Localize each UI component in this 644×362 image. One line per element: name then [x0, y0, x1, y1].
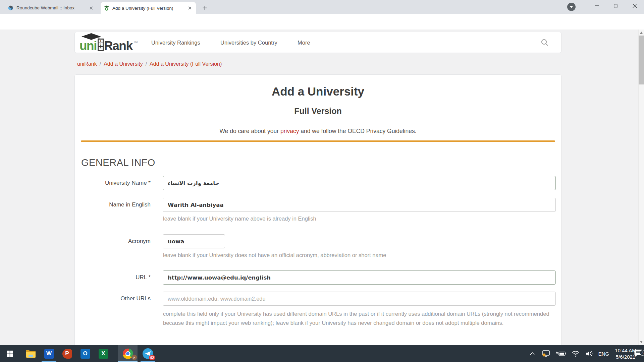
action-center-icon[interactable]: 3: [633, 345, 644, 362]
helper-name-english: leave blank if your University name abov…: [163, 216, 316, 222]
tab-title: Add a University (Full Version): [112, 6, 187, 11]
unirank-logo[interactable]: uni 1 2 3 Rank TM: [79, 32, 157, 53]
tab-roundcube[interactable]: Roundcube Webmail :: Inbox: [5, 2, 97, 13]
page-title: Add a University: [75, 85, 561, 98]
label-url: URL *: [81, 274, 151, 281]
excel-icon[interactable]: X: [94, 345, 112, 362]
page-subtitle: Full Version: [75, 106, 561, 116]
unirank-favicon: [104, 5, 109, 11]
logo-trademark: TM: [133, 40, 138, 44]
logo-123-box: 1 2 3: [98, 39, 104, 51]
browser-update-icon[interactable]: [567, 3, 576, 11]
input-name-english[interactable]: [163, 198, 556, 212]
scroll-down-icon[interactable]: [640, 341, 643, 343]
roundcube-favicon: [8, 5, 13, 11]
label-name-english: Name in English: [81, 201, 151, 208]
outlook-icon[interactable]: O: [76, 345, 94, 362]
nav-university-rankings[interactable]: University Rankings: [151, 40, 200, 46]
orange-divider: [81, 140, 555, 142]
tab-add-university[interactable]: Add a University (Full Version): [101, 2, 196, 14]
notification-count-badge: 3: [640, 350, 644, 356]
language-indicator[interactable]: ENG: [596, 345, 611, 362]
minimize-button[interactable]: [588, 0, 606, 11]
new-tab-button[interactable]: [201, 4, 209, 12]
wifi-icon[interactable]: [569, 345, 582, 362]
nav-more[interactable]: More: [298, 40, 310, 46]
input-university-name[interactable]: [163, 176, 556, 190]
nav-universities-by-country[interactable]: Universities by Country: [220, 40, 277, 46]
word-icon[interactable]: W: [40, 345, 58, 362]
logo-uni-text: uni: [79, 40, 97, 52]
start-button[interactable]: [1, 345, 19, 362]
chrome-profile-badge: غ: [131, 355, 137, 360]
search-icon[interactable]: [540, 38, 550, 48]
scrollbar-thumb[interactable]: [639, 36, 644, 84]
breadcrumb: uniRank/Add a University/Add a Universit…: [77, 61, 222, 67]
form-card: Add a University Full Version We do care…: [74, 74, 561, 345]
tab-strip: Roundcube Webmail :: Inbox Add a Univers…: [0, 0, 644, 14]
label-acronym: Acronym: [81, 238, 151, 245]
chrome-taskbar-icon[interactable]: غ: [118, 345, 138, 362]
site-header: uni 1 2 3 Rank TM University Rankings Un…: [74, 32, 561, 53]
page-scrollbar[interactable]: [638, 29, 644, 345]
browser-toolbar: 4icu.org/about/add2.htm غ: [0, 14, 644, 29]
breadcrumb-current[interactable]: Add a University (Full Version): [150, 61, 222, 67]
tray-app-icon[interactable]: [539, 345, 553, 362]
tray-chevron-icon[interactable]: [527, 345, 537, 362]
helper-acronym: leave blank if your University does not …: [163, 252, 386, 258]
input-url[interactable]: [163, 270, 556, 285]
label-other-urls: Other URLs: [81, 295, 151, 302]
logo-rank-text: Rank: [104, 40, 132, 52]
powerpoint-icon[interactable]: P: [58, 345, 76, 362]
helper-other-urls: complete this field only if your Univers…: [163, 309, 555, 327]
tab-close-icon[interactable]: [88, 5, 94, 11]
restore-button[interactable]: [606, 0, 625, 11]
window-controls: [588, 0, 644, 11]
page-viewport: uni 1 2 3 Rank TM University Rankings Un…: [0, 29, 644, 345]
battery-icon[interactable]: [554, 345, 568, 362]
input-acronym[interactable]: [163, 234, 225, 248]
file-explorer-icon[interactable]: [22, 345, 40, 362]
telegram-unread-badge: 92: [149, 355, 155, 360]
breadcrumb-add-university[interactable]: Add a University: [104, 61, 143, 67]
privacy-note: We do care about your privacy and we fol…: [75, 128, 561, 135]
privacy-link[interactable]: privacy: [280, 128, 299, 134]
tab-title: Roundcube Webmail :: Inbox: [16, 5, 88, 10]
close-window-button[interactable]: [625, 0, 644, 11]
windows-taskbar: W P O X غ 92: [0, 345, 644, 362]
breadcrumb-home[interactable]: uniRank: [77, 61, 97, 67]
input-other-urls[interactable]: [163, 292, 556, 306]
section-general-info: GENERAL INFO: [81, 157, 155, 168]
volume-icon[interactable]: [583, 345, 596, 362]
telegram-icon[interactable]: 92: [139, 345, 157, 362]
scroll-up-icon[interactable]: [640, 32, 643, 34]
label-university-name: University Name *: [81, 180, 151, 186]
tab-close-icon[interactable]: [187, 5, 193, 11]
